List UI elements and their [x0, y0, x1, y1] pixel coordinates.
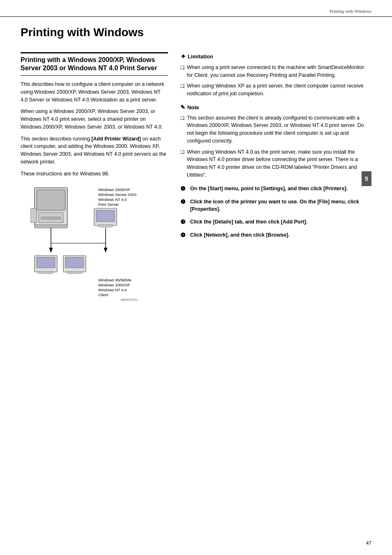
svg-text:Windows NT 4.0: Windows NT 4.0 — [98, 197, 127, 202]
svg-text:Client: Client — [98, 292, 108, 297]
step-2-number: ❷ — [180, 198, 188, 214]
step-1-text: On the [Start] menu, point to [Settings]… — [190, 185, 348, 193]
step-2: ❷ Click the icon of the printer you want… — [180, 198, 371, 214]
svg-text:ABW014S1: ABW014S1 — [121, 298, 138, 302]
limitation-item-2: When using Windows XP as a print server,… — [180, 82, 371, 98]
limitation-list: When using a print server connected to t… — [180, 64, 371, 98]
step-4-text: Click [Network], and then click [Browse]… — [190, 231, 290, 240]
step-3-number: ❸ — [180, 218, 188, 226]
step-4-number: ❹ — [180, 231, 188, 240]
note-icon: ✎ — [180, 104, 185, 112]
svg-rect-9 — [30, 208, 37, 223]
step-3-text: Click the [Details] tab, and then click … — [190, 218, 307, 226]
svg-rect-13 — [100, 226, 111, 228]
paragraph-2: When using a Windows 2000/XP, Windows Se… — [21, 108, 168, 131]
step-3: ❸ Click the [Details] tab, and then clic… — [180, 218, 371, 226]
section-heading: Printing with a Windows 2000/XP, Windows… — [21, 52, 168, 76]
svg-text:Windows 2000/XP: Windows 2000/XP — [98, 187, 130, 192]
svg-text:Windows 2000/XP: Windows 2000/XP — [98, 283, 130, 287]
svg-rect-22 — [37, 257, 55, 268]
left-column: Printing with a Windows 2000/XP, Windows… — [21, 52, 168, 305]
svg-rect-24 — [40, 273, 51, 274]
right-column-wrapper: ✦ Limitation When using a print server c… — [180, 52, 371, 305]
diagram-svg: Windows 2000/XP Windows Server 2003 Wind… — [30, 184, 158, 303]
step-1-number: ❶ — [180, 184, 188, 193]
svg-rect-8 — [35, 225, 67, 228]
svg-text:Print Server: Print Server — [98, 202, 119, 207]
page-header: Printing with Windows — [0, 0, 392, 17]
limitation-icon: ✦ — [180, 52, 186, 61]
limitation-title: Limitation — [188, 53, 213, 60]
step-2-text: Click the icon of the printer you want t… — [190, 198, 371, 214]
note-item-2: When using Windows NT 4.0 as the print s… — [180, 148, 371, 179]
note-item-1: This section assumes the client is alrea… — [180, 114, 371, 145]
page-number: 47 — [366, 540, 371, 547]
numbered-steps: ❶ On the [Start] menu, point to [Setting… — [180, 185, 371, 240]
svg-rect-7 — [41, 216, 61, 220]
step-1: ❶ On the [Start] menu, point to [Setting… — [180, 185, 371, 193]
note-title: Note — [187, 104, 199, 111]
section-tab: 5 — [362, 171, 371, 186]
paragraph-3: This section describes running [Add Prin… — [21, 135, 168, 166]
content-area: Printing with a Windows 2000/XP, Windows… — [21, 52, 371, 305]
page-title: Printing with Windows — [21, 24, 371, 44]
limitation-item-1: When using a print server connected to t… — [180, 64, 371, 79]
header-text: Printing with Windows — [330, 9, 371, 14]
svg-rect-11 — [96, 210, 115, 222]
svg-rect-28 — [69, 273, 80, 274]
limitation-heading: ✦ Limitation — [180, 52, 371, 61]
svg-rect-5 — [37, 190, 65, 210]
step-4: ❹ Click [Network], and then click [Brows… — [180, 231, 371, 240]
paragraph-4: These instructions are for Windows 98. — [21, 170, 168, 178]
page-container: Printing with Windows Printing with a Wi… — [0, 17, 392, 317]
paragraph-1: This describes how to configure a client… — [21, 81, 168, 104]
svg-text:Windows Server 2003: Windows Server 2003 — [98, 192, 136, 197]
diagram-area: Windows 2000/XP Windows Server 2003 Wind… — [21, 184, 168, 305]
note-list: This section assumes the client is alrea… — [180, 114, 371, 179]
note-heading: ✎ Note — [180, 104, 371, 112]
note-section: ✎ Note This section assumes the client i… — [180, 104, 371, 179]
svg-rect-26 — [65, 257, 84, 268]
svg-text:Windows NT 4.0: Windows NT 4.0 — [98, 288, 127, 292]
limitation-section: ✦ Limitation When using a print server c… — [180, 52, 371, 98]
right-column: ✦ Limitation When using a print server c… — [180, 52, 371, 240]
svg-text:Windows 95/98/Me: Windows 95/98/Me — [98, 278, 131, 282]
